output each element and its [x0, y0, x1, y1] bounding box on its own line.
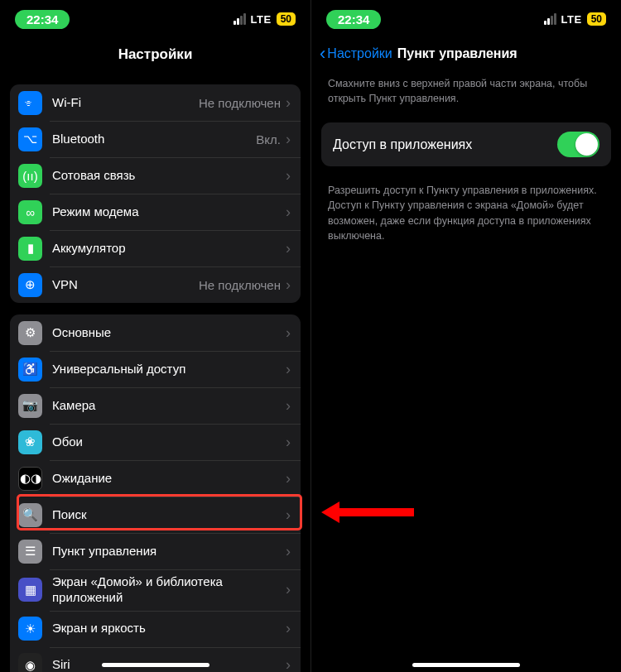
- left-phone: 22:34 LTE 50 Настройки ᯤ Wi-Fi Не подклю…: [0, 0, 310, 672]
- wallpaper-icon: ❀: [18, 430, 42, 454]
- chevron-right-icon: ›: [286, 276, 291, 294]
- status-right: LTE 50: [544, 12, 606, 26]
- access-in-apps-row[interactable]: Доступ в приложениях: [321, 122, 611, 166]
- chevron-right-icon: ›: [286, 397, 291, 415]
- row-label: Обои: [52, 434, 286, 450]
- row-label: Камера: [52, 398, 286, 414]
- row-value: Вкл.: [256, 132, 281, 146]
- chevron-right-icon: ›: [286, 204, 291, 221]
- status-bar: 22:34 LTE 50: [311, 0, 621, 33]
- row-label: Поиск: [52, 507, 286, 523]
- battery-badge: 50: [587, 12, 606, 26]
- row-label: Основные: [52, 325, 286, 341]
- chevron-right-icon: ›: [286, 240, 291, 257]
- settings-row-general[interactable]: ⚙ Основные ›: [10, 314, 301, 351]
- chevron-right-icon: ›: [286, 581, 291, 598]
- row-label: Bluetooth: [52, 132, 256, 147]
- settings-row-display[interactable]: ☀ Экран и яркость ›: [10, 611, 301, 647]
- chevron-right-icon: ›: [286, 620, 291, 637]
- battery-badge: 50: [277, 12, 296, 26]
- battery-icon: ▮: [18, 237, 42, 261]
- settings-row-battery[interactable]: ▮ Аккумулятор ›: [10, 230, 301, 266]
- chevron-right-icon: ›: [286, 656, 291, 672]
- row-label: VPN: [52, 277, 199, 293]
- home-indicator[interactable]: [412, 663, 520, 667]
- access-in-apps-switch[interactable]: [557, 132, 599, 157]
- toggle-label: Доступ в приложениях: [333, 137, 472, 152]
- vpn-icon: ⊕: [18, 273, 42, 297]
- chevron-right-icon: ›: [286, 94, 291, 112]
- wifi-icon: ᯤ: [18, 91, 42, 115]
- network-label: LTE: [561, 13, 582, 26]
- nav-header: ‹ Настройки Пункт управления: [311, 33, 621, 71]
- settings-scroll[interactable]: ᯤ Wi-Fi Не подключен › ⌥ Bluetooth Вкл. …: [0, 84, 310, 672]
- chevron-left-icon: ‹: [320, 45, 325, 63]
- row-value: Не подключен: [199, 278, 281, 292]
- settings-row-cellular[interactable]: (ıı) Сотовая связь ›: [10, 157, 301, 194]
- network-label: LTE: [251, 13, 272, 26]
- row-label: Пункт управления: [52, 544, 286, 559]
- time-pill: 22:34: [15, 10, 70, 29]
- display-icon: ☀: [18, 617, 42, 641]
- row-label: Экран и яркость: [52, 621, 286, 636]
- row-label: Ожидание: [52, 471, 286, 487]
- row-label: Экран «Домой» и библиотека приложений: [52, 574, 286, 606]
- time-pill: 22:34: [326, 10, 381, 29]
- toggle-description: Разрешить доступ к Пункту управления в п…: [311, 178, 621, 248]
- settings-row-accessibility[interactable]: ♿ Универсальный доступ ›: [10, 351, 301, 387]
- row-value: Не подключен: [199, 96, 281, 110]
- chevron-right-icon: ›: [286, 324, 291, 342]
- row-label: Режим модема: [52, 204, 286, 220]
- chevron-right-icon: ›: [286, 434, 291, 451]
- settings-row-standby[interactable]: ◐◑ Ожидание ›: [10, 460, 301, 497]
- settings-row-hotspot[interactable]: ∞ Режим модема ›: [10, 194, 301, 230]
- row-label: Сотовая связь: [52, 168, 286, 184]
- status-bar: 22:34 LTE 50: [0, 0, 310, 33]
- chevron-right-icon: ›: [286, 361, 291, 378]
- back-button[interactable]: ‹ Настройки: [320, 45, 392, 63]
- chevron-right-icon: ›: [286, 506, 291, 524]
- right-phone: 22:34 LTE 50 ‹ Настройки Пункт управлени…: [310, 0, 621, 672]
- settings-row-bluetooth[interactable]: ⌥ Bluetooth Вкл. ›: [10, 121, 301, 157]
- settings-row-camera[interactable]: 📷 Камера ›: [10, 387, 301, 424]
- signal-icon: [233, 13, 246, 25]
- chevron-right-icon: ›: [286, 470, 291, 487]
- settings-row-control-center[interactable]: ☰ Пункт управления ›: [10, 533, 301, 569]
- general-icon: ⚙: [18, 321, 42, 345]
- status-right: LTE 50: [233, 12, 296, 26]
- bluetooth-icon: ⌥: [18, 127, 42, 151]
- toggle-group: Доступ в приложениях: [321, 122, 611, 166]
- group-system: ⚙ Основные › ♿ Универсальный доступ › 📷 …: [10, 314, 301, 672]
- back-label: Настройки: [327, 46, 392, 61]
- settings-row-search[interactable]: 🔍 Поиск ›: [10, 497, 301, 533]
- accessibility-icon: ♿: [18, 358, 42, 382]
- chevron-right-icon: ›: [286, 167, 291, 185]
- row-label: Wi-Fi: [52, 95, 199, 111]
- signal-icon: [544, 13, 556, 25]
- chevron-right-icon: ›: [286, 543, 291, 560]
- settings-row-siri[interactable]: ◉ Siri ›: [10, 647, 301, 673]
- detail-title: Пункт управления: [397, 46, 518, 61]
- row-label: Универсальный доступ: [52, 362, 286, 377]
- chevron-right-icon: ›: [286, 131, 291, 148]
- settings-row-vpn[interactable]: ⊕ VPN Не подключен ›: [10, 266, 301, 303]
- page-title: Настройки: [0, 33, 310, 73]
- row-label: Аккумулятор: [52, 241, 286, 257]
- siri-icon: ◉: [18, 653, 42, 672]
- control-center-icon: ☰: [18, 540, 42, 564]
- settings-row-home-screen[interactable]: ▦ Экран «Домой» и библиотека приложений …: [10, 569, 301, 611]
- hotspot-icon: ∞: [18, 200, 42, 224]
- settings-row-wifi[interactable]: ᯤ Wi-Fi Не подключен ›: [10, 84, 301, 121]
- standby-icon: ◐◑: [18, 467, 42, 491]
- group-connectivity: ᯤ Wi-Fi Не подключен › ⌥ Bluetooth Вкл. …: [10, 84, 301, 303]
- hint-text: Смахните вниз с верхней правой части экр…: [311, 71, 621, 111]
- search-icon: 🔍: [18, 503, 42, 527]
- home-screen-icon: ▦: [18, 578, 42, 602]
- settings-row-wallpaper[interactable]: ❀ Обои ›: [10, 424, 301, 460]
- camera-icon: 📷: [18, 394, 42, 418]
- home-indicator[interactable]: [102, 663, 209, 667]
- cellular-icon: (ıı): [18, 164, 42, 188]
